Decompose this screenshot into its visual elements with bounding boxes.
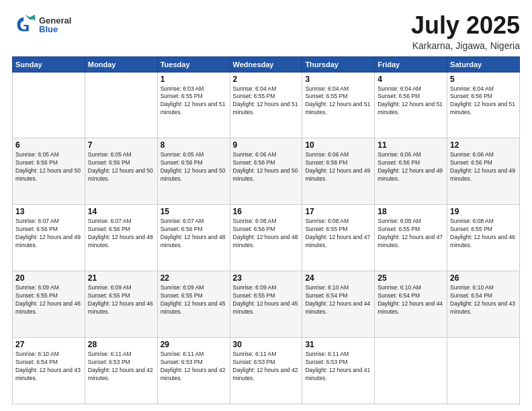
logo-icon <box>12 12 38 38</box>
day-info: Sunrise: 6:05 AMSunset: 6:56 PMDaylight:… <box>161 151 227 183</box>
table-row: 25Sunrise: 6:10 AMSunset: 6:54 PMDayligh… <box>375 271 447 338</box>
table-row: 22Sunrise: 6:09 AMSunset: 6:55 PMDayligh… <box>157 271 230 338</box>
day-number: 23 <box>233 273 300 283</box>
day-number: 21 <box>88 273 154 283</box>
table-row: 29Sunrise: 6:11 AMSunset: 6:53 PMDayligh… <box>157 338 230 404</box>
table-row: 4Sunrise: 6:04 AMSunset: 6:56 PMDaylight… <box>375 72 447 138</box>
col-wednesday: Wednesday <box>230 56 302 72</box>
table-row: 31Sunrise: 6:11 AMSunset: 6:53 PMDayligh… <box>302 338 375 404</box>
day-info: Sunrise: 6:07 AMSunset: 6:56 PMDaylight:… <box>88 218 154 250</box>
day-info: Sunrise: 6:06 AMSunset: 6:56 PMDaylight:… <box>233 151 300 183</box>
day-info: Sunrise: 6:03 AMSunset: 6:55 PMDaylight:… <box>161 85 227 118</box>
day-info: Sunrise: 6:08 AMSunset: 6:56 PMDaylight:… <box>233 218 300 250</box>
table-row: 27Sunrise: 6:10 AMSunset: 6:54 PMDayligh… <box>13 338 85 404</box>
table-row <box>13 72 85 138</box>
day-number: 1 <box>161 75 227 84</box>
table-row <box>447 338 520 404</box>
table-row: 23Sunrise: 6:09 AMSunset: 6:55 PMDayligh… <box>230 271 302 338</box>
day-number: 26 <box>450 273 517 283</box>
table-row: 7Sunrise: 6:05 AMSunset: 6:56 PMDaylight… <box>85 138 157 205</box>
col-friday: Friday <box>375 56 447 72</box>
table-row <box>375 338 447 404</box>
title-location: Karkarna, Jigawa, Nigeria <box>411 40 520 51</box>
logo-text: General Blue <box>39 16 71 34</box>
day-info: Sunrise: 6:11 AMSunset: 6:53 PMDaylight:… <box>305 351 371 383</box>
day-number: 9 <box>233 140 300 150</box>
table-row: 3Sunrise: 6:04 AMSunset: 6:55 PMDaylight… <box>302 72 375 138</box>
day-info: Sunrise: 6:10 AMSunset: 6:54 PMDaylight:… <box>378 284 444 316</box>
day-number: 30 <box>233 340 300 349</box>
table-row: 20Sunrise: 6:09 AMSunset: 6:55 PMDayligh… <box>13 271 85 338</box>
day-info: Sunrise: 6:11 AMSunset: 6:53 PMDaylight:… <box>161 351 227 383</box>
title-block: July 2025 Karkarna, Jigawa, Nigeria <box>411 12 520 51</box>
table-row: 15Sunrise: 6:07 AMSunset: 6:56 PMDayligh… <box>157 205 230 271</box>
page: General Blue July 2025 Karkarna, Jigawa,… <box>0 0 532 411</box>
calendar-header-row: Sunday Monday Tuesday Wednesday Thursday… <box>13 56 520 72</box>
table-row: 17Sunrise: 6:08 AMSunset: 6:55 PMDayligh… <box>302 205 375 271</box>
week-row-4: 20Sunrise: 6:09 AMSunset: 6:55 PMDayligh… <box>13 271 520 338</box>
table-row: 26Sunrise: 6:10 AMSunset: 6:54 PMDayligh… <box>447 271 520 338</box>
day-number: 18 <box>378 207 444 216</box>
day-info: Sunrise: 6:04 AMSunset: 6:56 PMDaylight:… <box>450 85 517 118</box>
day-info: Sunrise: 6:06 AMSunset: 6:56 PMDaylight:… <box>305 151 371 183</box>
logo-blue-text: Blue <box>39 25 71 34</box>
header: General Blue July 2025 Karkarna, Jigawa,… <box>12 12 520 51</box>
col-monday: Monday <box>85 56 157 72</box>
day-number: 15 <box>161 207 227 216</box>
day-number: 13 <box>15 207 82 216</box>
day-number: 8 <box>161 140 227 150</box>
table-row: 10Sunrise: 6:06 AMSunset: 6:56 PMDayligh… <box>302 138 375 205</box>
day-info: Sunrise: 6:08 AMSunset: 6:55 PMDaylight:… <box>305 218 371 250</box>
col-sunday: Sunday <box>13 56 85 72</box>
day-info: Sunrise: 6:10 AMSunset: 6:54 PMDaylight:… <box>305 284 371 316</box>
day-info: Sunrise: 6:08 AMSunset: 6:55 PMDaylight:… <box>378 218 444 250</box>
day-number: 29 <box>161 340 227 349</box>
day-number: 3 <box>305 75 371 84</box>
day-number: 7 <box>88 140 154 150</box>
table-row: 1Sunrise: 6:03 AMSunset: 6:55 PMDaylight… <box>157 72 230 138</box>
day-number: 20 <box>15 273 82 283</box>
day-number: 22 <box>161 273 227 283</box>
day-number: 25 <box>378 273 444 283</box>
day-info: Sunrise: 6:04 AMSunset: 6:55 PMDaylight:… <box>233 85 300 118</box>
day-info: Sunrise: 6:05 AMSunset: 6:56 PMDaylight:… <box>88 151 154 183</box>
day-number: 11 <box>378 140 444 150</box>
week-row-2: 6Sunrise: 6:05 AMSunset: 6:56 PMDaylight… <box>13 138 520 205</box>
day-info: Sunrise: 6:10 AMSunset: 6:54 PMDaylight:… <box>15 351 82 383</box>
table-row: 16Sunrise: 6:08 AMSunset: 6:56 PMDayligh… <box>230 205 302 271</box>
table-row: 19Sunrise: 6:08 AMSunset: 6:55 PMDayligh… <box>447 205 520 271</box>
table-row: 11Sunrise: 6:06 AMSunset: 6:56 PMDayligh… <box>375 138 447 205</box>
week-row-5: 27Sunrise: 6:10 AMSunset: 6:54 PMDayligh… <box>13 338 520 404</box>
table-row: 24Sunrise: 6:10 AMSunset: 6:54 PMDayligh… <box>302 271 375 338</box>
table-row: 18Sunrise: 6:08 AMSunset: 6:55 PMDayligh… <box>375 205 447 271</box>
table-row: 8Sunrise: 6:05 AMSunset: 6:56 PMDaylight… <box>157 138 230 205</box>
table-row: 14Sunrise: 6:07 AMSunset: 6:56 PMDayligh… <box>85 205 157 271</box>
day-number: 17 <box>305 207 371 216</box>
day-info: Sunrise: 6:07 AMSunset: 6:56 PMDaylight:… <box>161 218 227 250</box>
day-info: Sunrise: 6:05 AMSunset: 6:56 PMDaylight:… <box>15 151 82 183</box>
col-thursday: Thursday <box>302 56 375 72</box>
day-number: 28 <box>88 340 154 349</box>
day-info: Sunrise: 6:04 AMSunset: 6:55 PMDaylight:… <box>305 85 371 118</box>
day-info: Sunrise: 6:07 AMSunset: 6:56 PMDaylight:… <box>15 218 82 250</box>
day-number: 4 <box>378 75 444 84</box>
day-info: Sunrise: 6:08 AMSunset: 6:55 PMDaylight:… <box>450 218 517 250</box>
col-tuesday: Tuesday <box>157 56 230 72</box>
day-number: 5 <box>450 75 517 84</box>
day-number: 12 <box>450 140 517 150</box>
table-row: 28Sunrise: 6:11 AMSunset: 6:53 PMDayligh… <box>85 338 157 404</box>
day-info: Sunrise: 6:11 AMSunset: 6:53 PMDaylight:… <box>233 351 300 383</box>
day-info: Sunrise: 6:10 AMSunset: 6:54 PMDaylight:… <box>450 284 517 316</box>
calendar-table: Sunday Monday Tuesday Wednesday Thursday… <box>12 56 520 404</box>
day-info: Sunrise: 6:04 AMSunset: 6:56 PMDaylight:… <box>378 85 444 118</box>
table-row: 21Sunrise: 6:09 AMSunset: 6:55 PMDayligh… <box>85 271 157 338</box>
week-row-3: 13Sunrise: 6:07 AMSunset: 6:56 PMDayligh… <box>13 205 520 271</box>
day-number: 14 <box>88 207 154 216</box>
day-number: 27 <box>15 340 82 349</box>
table-row: 6Sunrise: 6:05 AMSunset: 6:56 PMDaylight… <box>13 138 85 205</box>
table-row: 2Sunrise: 6:04 AMSunset: 6:55 PMDaylight… <box>230 72 302 138</box>
table-row: 13Sunrise: 6:07 AMSunset: 6:56 PMDayligh… <box>13 205 85 271</box>
table-row <box>85 72 157 138</box>
day-number: 10 <box>305 140 371 150</box>
table-row: 9Sunrise: 6:06 AMSunset: 6:56 PMDaylight… <box>230 138 302 205</box>
